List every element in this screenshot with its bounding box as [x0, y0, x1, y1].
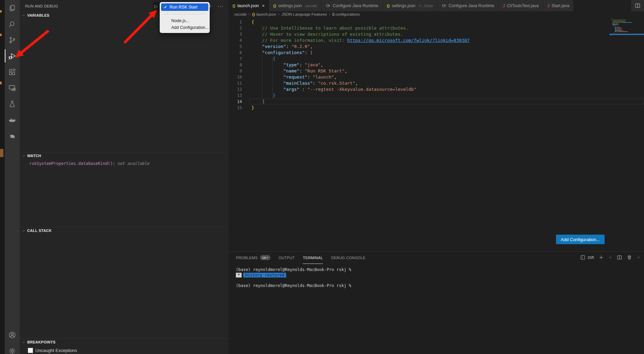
code-line[interactable]: 13 }	[228, 92, 644, 99]
shell-label: zsh	[588, 255, 594, 260]
activity-gradle[interactable]	[5, 128, 20, 144]
check-icon: ✓	[164, 5, 167, 10]
code-line[interactable]: 11 "mainClass": "co.rsk.Start",	[228, 80, 644, 86]
watch-header[interactable]: WATCH	[20, 152, 228, 159]
breadcrumb-item[interactable]: {}launch.json	[252, 12, 276, 16]
code-line[interactable]: 7 {	[228, 56, 644, 62]
activity-explorer[interactable]	[5, 0, 20, 16]
java-runtime-icon	[441, 3, 447, 8]
line-number: 15	[228, 105, 242, 111]
play-icon[interactable]: ▷	[154, 4, 158, 9]
tab-clitoolstest-java[interactable]: JCliToolsTest.java	[499, 0, 543, 11]
chevron-down-icon	[22, 14, 25, 17]
split-editor-icon[interactable]	[635, 3, 641, 9]
debug-config-menu: ✓ Run RSK Start Node.js... Add Configura…	[160, 2, 210, 33]
code-line[interactable]: 3 // Hover to view descriptions of exist…	[228, 31, 644, 37]
tab-settings-json[interactable]: {}settings.json~/.../User	[383, 0, 437, 11]
minimap[interactable]	[611, 19, 643, 36]
breakpoints-header[interactable]: BREAKPOINTS	[20, 338, 228, 345]
activity-settings[interactable]	[5, 343, 20, 354]
code-line[interactable]: 1{	[228, 19, 644, 25]
terminal-output[interactable]: (base) reynoldmorel@Reynolds-MacBook-Pro…	[236, 267, 637, 288]
breadcrumb-label: configurations	[335, 12, 360, 16]
section-label: VARIABLES	[27, 13, 49, 17]
kill-terminal-icon[interactable]	[627, 255, 632, 260]
close-icon[interactable]: ×	[262, 3, 265, 9]
code-editor[interactable]: 1{2 // Use IntelliSense to learn about p…	[228, 17, 644, 252]
watch-expression: rskSystemProperties.databaseKind()	[29, 161, 113, 166]
section-label: WATCH	[27, 154, 41, 158]
menu-item-nodejs[interactable]: Node.js...	[160, 17, 210, 24]
strip-mark	[0, 82, 2, 84]
add-configuration-button[interactable]: Add Configuration...	[556, 235, 605, 244]
line-number: 8	[228, 62, 242, 68]
panel-tab-debug-console[interactable]: DEBUG CONSOLE	[331, 252, 365, 264]
terminal-highlight-chip: *	[236, 273, 242, 277]
more-actions-icon[interactable]: ···	[217, 0, 224, 12]
line-number: 3	[228, 31, 242, 37]
problems-count-badge: 1K+	[260, 255, 270, 260]
panel-toolbar: zsh	[580, 255, 641, 260]
activity-accounts[interactable]	[5, 327, 20, 343]
panel-tab-output[interactable]: OUTPUT	[279, 252, 295, 264]
tab-bar-actions	[631, 0, 644, 11]
tab-settings-json[interactable]: {}settings.json.vscode	[269, 0, 321, 11]
tab-configure-java-runtime[interactable]: Configure Java Runtime	[437, 0, 499, 11]
activity-run-and-debug[interactable]	[5, 48, 20, 64]
java-icon: J	[503, 3, 505, 8]
line-number: 11	[228, 80, 242, 86]
code-line[interactable]: 4 // For more information, visit: https:…	[228, 37, 644, 44]
terminal-line: (base) reynoldmorel@Reynolds-MacBook-Pro…	[236, 267, 637, 273]
call-stack-header[interactable]: CALL STACK	[20, 227, 228, 234]
breadcrumb: .vscode›{}launch.json›JSON Language Feat…	[228, 11, 644, 17]
tab-start-java[interactable]: JStart.java	[543, 0, 574, 11]
breakpoint-label: Uncaught Exceptions	[35, 348, 77, 353]
code-line[interactable]: 2 // Use IntelliSense to learn about pos…	[228, 25, 644, 31]
breadcrumb-label: JSON Language Features	[281, 12, 327, 16]
activity-extensions[interactable]	[5, 64, 20, 80]
call-stack-section: CALL STACK	[20, 227, 228, 234]
json-icon: {}	[273, 4, 276, 8]
watch-section: WATCH rskSystemProperties.databaseKind()…	[20, 152, 228, 166]
activity-source-control[interactable]	[5, 32, 20, 48]
code-line[interactable]: 8 "type": "java",	[228, 62, 644, 68]
tab-label: CliToolsTest.java	[507, 3, 539, 8]
code-line[interactable]: 6 "configurations": [	[228, 50, 644, 56]
terminal-icon[interactable]	[580, 255, 586, 260]
activity-search[interactable]	[5, 16, 20, 32]
panel-tab-problems[interactable]: PROBLEMS1K+	[236, 252, 271, 264]
code-line[interactable]: 10 "request": "launch",	[228, 74, 644, 80]
breadcrumb-item[interactable]: .vscode	[233, 12, 247, 16]
panel-tab-label: DEBUG CONSOLE	[331, 256, 365, 260]
activity-bar	[5, 0, 20, 354]
line-number: 6	[228, 50, 242, 56]
maximize-panel-icon[interactable]	[637, 255, 641, 259]
menu-item-add-configuration[interactable]: Add Configuration...	[160, 24, 210, 31]
breadcrumb-item[interactable]: JSON Language Features	[281, 12, 327, 16]
activity-testing[interactable]	[5, 96, 20, 112]
split-terminal-icon[interactable]	[617, 255, 622, 260]
code-line[interactable]: 12 "args" : "--regtest -Xkeyvalue.dataso…	[228, 86, 644, 92]
new-terminal-icon[interactable]	[598, 255, 604, 260]
watch-expression-row[interactable]: rskSystemProperties.databaseKind(): not …	[29, 161, 228, 166]
terminal-picker-chevron-icon[interactable]	[608, 255, 612, 259]
code-line[interactable]: 14 ]	[228, 99, 644, 105]
json-icon: {}	[252, 12, 255, 16]
line-number: 7	[228, 56, 242, 62]
sidebar-title: RUN AND DEBUG	[25, 4, 58, 8]
left-edge-strip	[0, 0, 5, 354]
uncaught-exceptions-checkbox[interactable]	[28, 348, 33, 353]
tab-launch-json[interactable]: {}launch.json×	[228, 0, 269, 11]
code-line[interactable]: 5 "version": "0.2.0",	[228, 44, 644, 50]
code-line[interactable]: 15}	[228, 105, 644, 111]
tab-configure-java-runtime[interactable]: Configure Java Runtime	[321, 0, 383, 11]
activity-docker[interactable]	[5, 112, 20, 128]
menu-item-label: Run RSK Start	[170, 5, 197, 10]
code-line[interactable]: 9 "name": "Run RSK Start",	[228, 68, 644, 74]
breakpoints-section: BREAKPOINTS Uncaught Exceptions	[20, 338, 228, 353]
panel-tab-terminal[interactable]: TERMINAL	[303, 252, 323, 264]
menu-item-run-rsk-start[interactable]: ✓ Run RSK Start	[161, 3, 208, 11]
panel-tab-label: TERMINAL	[303, 256, 323, 260]
breadcrumb-item[interactable]: [ ]configurations	[332, 12, 360, 16]
activity-remote-explorer[interactable]	[5, 80, 20, 96]
